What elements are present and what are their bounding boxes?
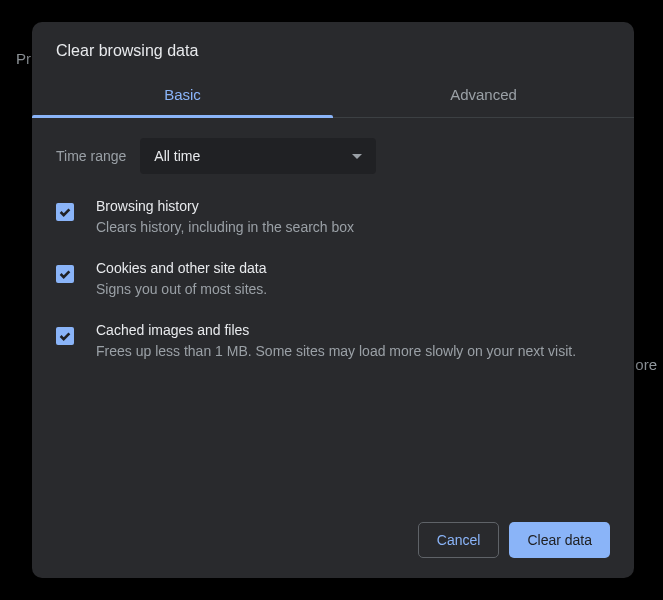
background-text-more: ore bbox=[635, 356, 657, 373]
tab-advanced[interactable]: Advanced bbox=[333, 74, 634, 117]
check-icon bbox=[58, 329, 72, 343]
clear-browsing-data-dialog: Clear browsing data Basic Advanced Time … bbox=[32, 22, 634, 578]
dropdown-arrow-icon bbox=[352, 154, 362, 159]
option-text: Cookies and other site data Signs you ou… bbox=[96, 260, 610, 300]
time-range-dropdown[interactable]: All time bbox=[140, 138, 376, 174]
option-cookies: Cookies and other site data Signs you ou… bbox=[56, 260, 610, 300]
time-range-row: Time range All time bbox=[56, 138, 610, 174]
option-browsing-history: Browsing history Clears history, includi… bbox=[56, 198, 610, 238]
time-range-label: Time range bbox=[56, 148, 126, 164]
clear-data-button[interactable]: Clear data bbox=[509, 522, 610, 558]
cancel-button[interactable]: Cancel bbox=[418, 522, 500, 558]
tab-basic[interactable]: Basic bbox=[32, 74, 333, 117]
option-cached-files: Cached images and files Frees up less th… bbox=[56, 322, 610, 362]
check-icon bbox=[58, 205, 72, 219]
dialog-content: Time range All time Browsing history Cle… bbox=[32, 118, 634, 506]
dialog-tabs: Basic Advanced bbox=[32, 74, 634, 118]
option-desc: Clears history, including in the search … bbox=[96, 217, 610, 238]
option-desc: Signs you out of most sites. bbox=[96, 279, 610, 300]
check-icon bbox=[58, 267, 72, 281]
option-desc: Frees up less than 1 MB. Some sites may … bbox=[96, 341, 610, 362]
option-text: Browsing history Clears history, includi… bbox=[96, 198, 610, 238]
dialog-title: Clear browsing data bbox=[32, 22, 634, 74]
dialog-actions: Cancel Clear data bbox=[32, 506, 634, 578]
checkbox-cookies[interactable] bbox=[56, 265, 74, 283]
option-title: Cookies and other site data bbox=[96, 260, 610, 276]
checkbox-browsing-history[interactable] bbox=[56, 203, 74, 221]
option-text: Cached images and files Frees up less th… bbox=[96, 322, 610, 362]
option-title: Cached images and files bbox=[96, 322, 610, 338]
option-title: Browsing history bbox=[96, 198, 610, 214]
time-range-value: All time bbox=[154, 148, 200, 164]
checkbox-cached-files[interactable] bbox=[56, 327, 74, 345]
